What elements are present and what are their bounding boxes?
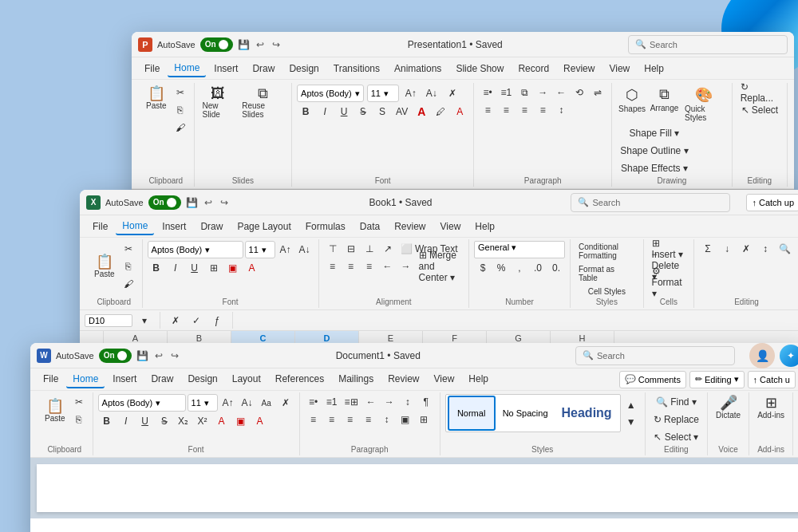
ppt-numbering-btn[interactable]: ≡1 <box>497 85 515 100</box>
excel-search-box[interactable]: 🔍 Search <box>571 193 730 212</box>
ppt-justify-btn[interactable]: ≡ <box>534 102 551 118</box>
word-shading-btn[interactable]: ▣ <box>397 412 414 428</box>
ppt-undo-icon[interactable]: ↩ <box>254 38 267 51</box>
excel-bold-btn[interactable]: B <box>148 260 165 276</box>
excel-cond-format-btn[interactable]: Conditional Formatting <box>575 241 638 262</box>
word-menu-layout[interactable]: Layout <box>226 371 267 388</box>
excel-menu-pagelayout[interactable]: Page Layout <box>231 219 297 234</box>
excel-catch-up-btn[interactable]: ↑ Catch up <box>746 194 798 211</box>
excel-font-color-btn[interactable]: A <box>243 260 261 276</box>
excel-menu-help[interactable]: Help <box>468 219 501 234</box>
ppt-direction-btn[interactable]: ⟲ <box>571 85 588 100</box>
excel-middle-align-btn[interactable]: ⊟ <box>342 241 360 257</box>
excel-borders-btn[interactable]: ⊞ <box>205 260 223 276</box>
excel-cell-styles-btn[interactable]: Cell Styles <box>575 286 638 298</box>
word-style-normal[interactable]: Normal <box>448 396 496 431</box>
excel-autosave-toggle[interactable]: On <box>148 195 181 210</box>
ppt-menu-review[interactable]: Review <box>557 61 601 77</box>
ppt-line-spacing-btn[interactable]: ↕ <box>552 102 570 118</box>
ppt-increase-font-btn[interactable]: A↑ <box>402 85 420 101</box>
ppt-font-color-btn[interactable]: A <box>451 104 468 120</box>
excel-increase-font-btn[interactable]: A↑ <box>277 242 294 258</box>
ppt-arrange-btn[interactable]: ⧉ Arrange <box>649 85 680 114</box>
ppt-redo-icon[interactable]: ↪ <box>270 38 282 51</box>
excel-paste-btn[interactable]: 📋 Paste <box>91 241 118 292</box>
excel-function-icon[interactable]: ƒ <box>208 313 226 329</box>
ppt-convert-btn[interactable]: ⇌ <box>589 85 606 100</box>
excel-cell-ref[interactable]: D10 <box>85 314 132 327</box>
word-numbering-btn[interactable]: ≡1 <box>323 394 341 410</box>
word-bold-btn[interactable]: B <box>98 413 116 429</box>
word-decrease-font-btn[interactable]: A↓ <box>239 395 256 411</box>
ppt-shape-fill-btn[interactable]: Shape Fill ▾ <box>617 125 691 141</box>
excel-currency-btn[interactable]: $ <box>474 260 492 276</box>
ppt-shapes-btn[interactable]: ⬡ Shapes <box>617 85 647 115</box>
ppt-menu-draw[interactable]: Draw <box>246 61 281 77</box>
ppt-format-painter-btn[interactable]: 🖌 <box>172 120 189 136</box>
ppt-shadow-btn[interactable]: S <box>373 104 391 120</box>
excel-number-format-dropdown[interactable]: General ▾ <box>474 241 565 258</box>
ppt-font-name[interactable]: Aptos (Body) ▾ <box>297 85 364 102</box>
excel-format-painter-btn[interactable]: 🖌 <box>120 276 137 292</box>
ppt-menu-transitions[interactable]: Transitions <box>327 61 386 77</box>
excel-merge-center-btn[interactable]: ⊞ Merge and Center ▾ <box>416 258 464 274</box>
excel-underline-btn[interactable]: U <box>186 260 203 276</box>
excel-font-name[interactable]: Aptos (Body) ▾ <box>148 241 243 258</box>
excel-find-btn[interactable]: 🔍 <box>776 241 794 257</box>
ppt-cut-btn[interactable]: ✂ <box>172 85 189 100</box>
word-paste-btn[interactable]: 📋 Paste <box>41 394 69 428</box>
word-font-name[interactable]: Aptos (Body) ▾ <box>98 394 186 412</box>
excel-menu-review[interactable]: Review <box>388 219 432 234</box>
excel-font-size[interactable]: 11 ▾ <box>245 241 275 258</box>
ppt-align-left-btn[interactable]: ≡ <box>479 102 496 118</box>
ppt-autosave-toggle[interactable]: On <box>200 37 233 52</box>
word-menu-mailings[interactable]: Mailings <box>332 371 380 388</box>
word-sort-btn[interactable]: ↕ <box>399 394 417 410</box>
word-menu-home[interactable]: Home <box>66 371 105 388</box>
word-copilot-btn[interactable]: ✦ <box>780 345 798 367</box>
word-indent-increase-btn[interactable]: → <box>381 394 398 410</box>
word-menu-review[interactable]: Review <box>381 371 425 388</box>
ppt-italic-btn[interactable]: I <box>316 104 334 120</box>
word-find-btn[interactable]: 🔍 Find ▾ <box>650 394 702 410</box>
ppt-charspacing-btn[interactable]: AV <box>393 104 411 120</box>
ppt-paste-btn[interactable]: 📋 Paste <box>143 85 170 112</box>
word-justify-btn[interactable]: ≡ <box>360 412 377 428</box>
word-subscript-btn[interactable]: X₂ <box>175 413 192 429</box>
word-align-left-btn[interactable]: ≡ <box>305 412 322 428</box>
word-style-no-spacing[interactable]: No Spacing <box>496 396 555 431</box>
word-font-size[interactable]: 11 ▾ <box>188 394 218 412</box>
excel-save-icon[interactable]: 💾 <box>186 196 199 209</box>
excel-fill-btn[interactable]: ↓ <box>718 241 736 257</box>
excel-menu-home[interactable]: Home <box>116 218 154 235</box>
word-menu-references[interactable]: References <box>269 371 330 388</box>
word-borders-btn[interactable]: ⊞ <box>415 412 433 428</box>
word-italic-btn[interactable]: I <box>117 413 135 429</box>
word-align-right-btn[interactable]: ≡ <box>342 412 359 428</box>
word-menu-file[interactable]: File <box>37 371 65 388</box>
ppt-bold-btn[interactable]: B <box>297 104 314 120</box>
word-underline-btn[interactable]: U <box>136 413 154 429</box>
excel-format-as-table-btn[interactable]: Format as Table <box>575 263 638 284</box>
word-menu-design[interactable]: Design <box>181 371 223 388</box>
word-superscript-btn[interactable]: X² <box>194 413 211 429</box>
word-increase-font-btn[interactable]: A↑ <box>219 395 237 411</box>
ppt-menu-help[interactable]: Help <box>638 61 670 77</box>
ppt-menu-insert[interactable]: Insert <box>207 61 244 77</box>
word-indent-decrease-btn[interactable]: ← <box>362 394 380 410</box>
excel-decrease-font-btn[interactable]: A↓ <box>296 242 314 258</box>
excel-sort-btn[interactable]: ↕ <box>757 241 774 257</box>
ppt-shape-effects-btn[interactable]: Shape Effects ▾ <box>617 160 691 176</box>
ppt-search-box[interactable]: 🔍 Search <box>628 35 788 54</box>
word-clear-format-btn[interactable]: ✗ <box>277 395 294 411</box>
excel-copy-btn[interactable]: ⎘ <box>120 258 137 274</box>
word-comments-btn[interactable]: 💬 Comments <box>619 371 686 388</box>
excel-confirm-icon[interactable]: ✓ <box>188 313 205 329</box>
ppt-font-color-aa[interactable]: A <box>413 104 430 120</box>
ppt-menu-slideshow[interactable]: Slide Show <box>449 61 510 77</box>
word-show-marks-btn[interactable]: ¶ <box>417 394 435 410</box>
excel-increase-decimal-btn[interactable]: .0 <box>529 260 547 276</box>
word-text-color-btn[interactable]: A <box>251 413 269 429</box>
ppt-align-center-btn[interactable]: ≡ <box>497 102 515 118</box>
word-font-color-btn[interactable]: A <box>213 413 231 429</box>
